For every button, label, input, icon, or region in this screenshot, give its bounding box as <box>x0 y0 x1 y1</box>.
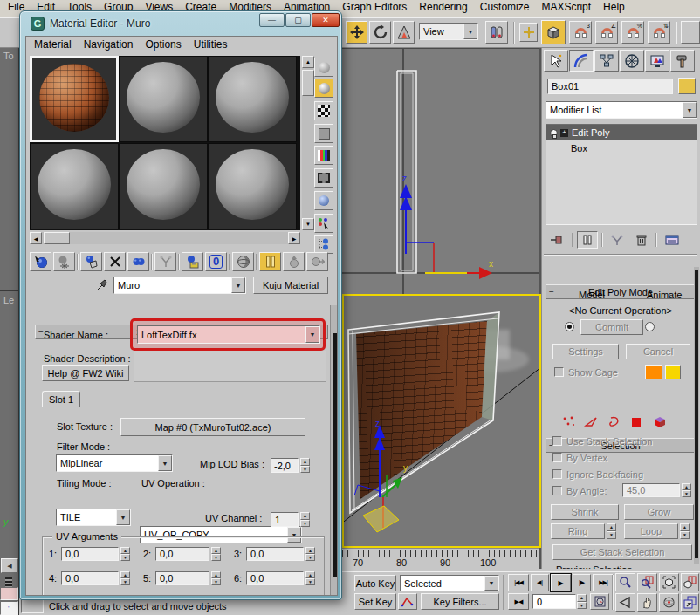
scrollbar-thumb[interactable] <box>695 270 698 558</box>
command-panel-scrollbar[interactable] <box>694 267 699 564</box>
chevron-down-icon[interactable]: ▼ <box>463 24 477 39</box>
loop-spinner[interactable]: ▲▼ <box>680 523 690 539</box>
help-fw2-wiki-button[interactable]: Help @ FW2 Wiki <box>42 365 129 381</box>
me-scrollbar[interactable] <box>330 305 338 596</box>
show-end-result-stack-button[interactable] <box>577 231 598 249</box>
play-button[interactable]: ▶ <box>551 574 571 591</box>
cage-color-swatch[interactable] <box>645 365 662 379</box>
material-name-dropdown[interactable]: Muro ▼ <box>113 277 246 294</box>
chevron-down-icon[interactable]: ▼ <box>231 277 245 293</box>
sample-slot-5[interactable] <box>119 143 208 229</box>
use-pivot-point-center-button[interactable] <box>485 21 508 44</box>
percent-snap-button[interactable]: % <box>621 21 644 44</box>
uv-arg-1-spinner[interactable]: ▲▼ <box>120 547 130 561</box>
select-and-manipulate-button[interactable] <box>519 23 538 42</box>
ignore-backfacing-checkbox[interactable] <box>552 469 562 479</box>
sample-slot-3[interactable] <box>208 56 297 142</box>
chevron-down-icon[interactable]: ▼ <box>158 455 172 471</box>
me-menu-options[interactable]: Options <box>139 38 187 53</box>
frame-spinner[interactable]: ▲▼ <box>577 594 587 609</box>
video-color-check-button[interactable] <box>314 146 333 165</box>
sample-type-button[interactable] <box>314 58 333 77</box>
make-material-copy-button[interactable] <box>127 252 149 271</box>
key-filters-button[interactable]: Key Filters... <box>421 593 499 610</box>
hscroll-thumb[interactable] <box>44 232 70 244</box>
uv-arg-2-spinner[interactable]: ▲▼ <box>211 547 221 561</box>
go-forward-to-sibling-button[interactable] <box>306 252 328 271</box>
reset-map-button[interactable] <box>104 252 126 271</box>
uv-arg-3-spinner[interactable]: ▲▼ <box>305 547 315 561</box>
put-to-library-button[interactable] <box>182 252 203 271</box>
next-frame-button[interactable]: |▶ <box>573 574 591 591</box>
scroll-left-icon[interactable]: ◀ <box>30 232 42 244</box>
object-color-swatch[interactable] <box>678 78 696 94</box>
tab-display[interactable] <box>645 50 669 72</box>
zoom-all-button[interactable] <box>637 573 657 591</box>
previous-frame-button[interactable]: ◀| <box>531 574 549 591</box>
by-angle-field[interactable]: 45,0 <box>622 483 680 497</box>
tiling-mode-dropdown[interactable]: TILE ▼ <box>56 509 131 526</box>
viewport-perspective[interactable]: z y <box>342 294 541 548</box>
sample-uv-tiling-button[interactable] <box>314 124 333 143</box>
slots-hscrollbar[interactable]: ◀ ▶ <box>30 232 300 244</box>
go-to-end-button[interactable]: ▶▶| <box>593 574 614 591</box>
selection-filter-dropdown[interactable]: Selected ▼ <box>400 575 499 591</box>
tab-create[interactable] <box>544 50 568 72</box>
cage-selected-color-swatch[interactable] <box>665 365 681 379</box>
make-unique-stack-button[interactable] <box>607 231 628 249</box>
vscroll-thumb[interactable] <box>302 70 314 96</box>
material-type-button[interactable]: Kuju Material <box>253 277 328 294</box>
collapse-icon[interactable]: − <box>549 287 554 297</box>
me-scrollbar-thumb[interactable] <box>333 333 337 577</box>
mip-lod-bias-field[interactable]: -2,0 <box>271 458 299 473</box>
polygon-subobject-icon[interactable] <box>629 415 644 428</box>
collapse-icon[interactable]: − <box>38 327 44 337</box>
by-vertex-checkbox[interactable] <box>552 453 562 462</box>
pick-material-from-object-button[interactable] <box>93 277 110 293</box>
chevron-down-icon[interactable]: ▼ <box>484 576 498 591</box>
spin-up-icon[interactable]: ▲ <box>577 594 587 602</box>
spin-down-icon[interactable]: ▼ <box>577 602 587 610</box>
tab-modify[interactable] <box>569 50 594 72</box>
pan-button[interactable] <box>637 593 657 612</box>
select-by-material-button[interactable] <box>314 214 333 233</box>
maximize-button[interactable]: ▢ <box>285 13 311 27</box>
lightbulb-icon[interactable] <box>550 129 558 137</box>
get-material-button[interactable] <box>30 252 51 271</box>
filter-mode-dropdown[interactable]: MipLinear ▼ <box>56 454 173 472</box>
auto-key-button[interactable]: Auto Key <box>354 575 396 591</box>
zoom-button[interactable] <box>615 573 635 591</box>
ring-button[interactable]: Ring <box>551 523 605 539</box>
remove-modifier-button[interactable] <box>631 231 652 249</box>
sample-slot-6[interactable] <box>208 143 297 229</box>
uv-channel-spinner[interactable]: ▲▼ <box>300 512 310 527</box>
go-to-start-button[interactable]: |◀◀ <box>508 574 529 591</box>
tab-slot-1[interactable]: Slot 1 <box>42 391 80 407</box>
tab-motion[interactable] <box>620 50 644 72</box>
stack-row-edit-poly[interactable]: + Edit Poly <box>546 125 697 140</box>
zoom-extents-all-button[interactable] <box>681 573 699 591</box>
close-button[interactable]: ✕ <box>312 13 340 27</box>
uv-arg-1-field[interactable]: 0,0 <box>61 547 119 561</box>
uv-arg-5-field[interactable]: 0,0 <box>155 571 209 585</box>
chevron-down-icon[interactable]: ▼ <box>116 509 130 525</box>
border-subobject-icon[interactable] <box>607 415 621 428</box>
slots-vscrollbar[interactable]: ▲ ▼ <box>302 56 314 230</box>
shrink-button[interactable]: Shrink <box>551 504 619 520</box>
menu-customize[interactable]: Customize <box>474 0 536 14</box>
field-of-view-button[interactable] <box>615 593 635 612</box>
edge-subobject-icon[interactable] <box>584 415 599 428</box>
background-button[interactable] <box>314 101 333 120</box>
grow-button[interactable]: Grow <box>624 504 694 520</box>
configure-modifier-sets-button[interactable] <box>661 231 683 249</box>
put-material-to-scene-button[interactable] <box>53 252 75 271</box>
slot-texture-button[interactable]: Map #0 (TxMuroTut02.ace) <box>120 418 305 436</box>
by-angle-spinner[interactable]: ▲▼ <box>682 483 691 497</box>
uv-arg-6-field[interactable]: 0,0 <box>246 571 304 585</box>
loop-button[interactable]: Loop <box>624 523 678 539</box>
cancel-button[interactable]: Cancel <box>626 344 690 359</box>
show-cage-checkbox[interactable] <box>554 367 564 377</box>
transform-gizmo[interactable]: z y <box>344 296 539 546</box>
by-angle-checkbox[interactable] <box>552 486 562 495</box>
show-end-result-button[interactable] <box>259 252 281 271</box>
